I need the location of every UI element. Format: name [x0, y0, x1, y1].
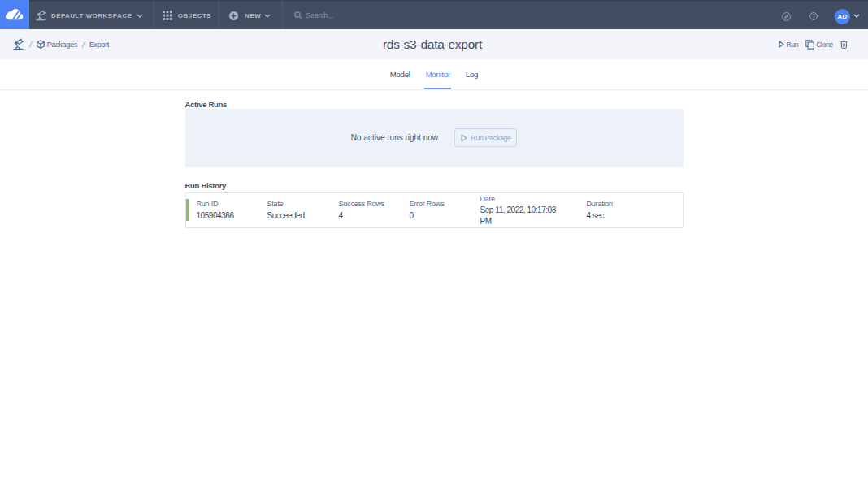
svg-text:?: ? [812, 13, 815, 19]
